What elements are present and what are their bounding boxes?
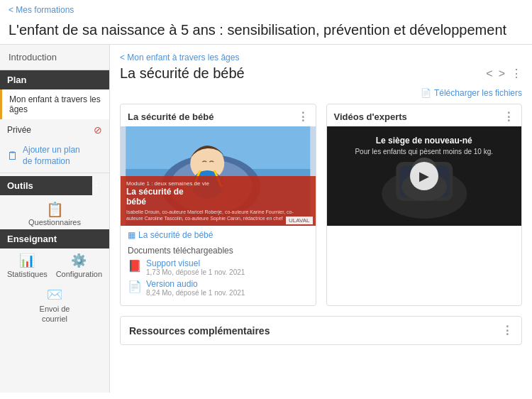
card1-title: La sécurité de bébé [128, 111, 214, 122]
doc2-meta: 8,24 Mo, déposé le 1 nov. 2021 [146, 289, 245, 297]
add-plan-icon: 🗒 [7, 150, 18, 163]
doc2-info: Version audio 8,24 Mo, déposé le 1 nov. … [146, 279, 245, 297]
doc2-item[interactable]: 📄 Version audio 8,24 Mo, déposé le 1 nov… [128, 279, 309, 297]
sidebar: Introduction Plan Mon enfant à travers l… [0, 45, 110, 393]
card1-subtitle: La sécurité de bébé [126, 187, 310, 207]
stats-label: Statistiques [7, 270, 48, 278]
nav-prev-icon[interactable]: < [486, 67, 492, 80]
card2-video-thumb[interactable]: Le siège de nouveau-né Pour les enfants … [327, 126, 522, 226]
doc2-icon: 📄 [128, 280, 142, 293]
sidebar-tools-header: Outils [0, 176, 92, 195]
doc1-name: Support visuel [146, 258, 245, 268]
tools-menu-icon[interactable]: ⋮ [91, 179, 102, 192]
card2-video-text: Le siège de nouveau-né Pour les enfants … [327, 135, 522, 157]
config-label: Configuration [56, 270, 102, 278]
enseignant-tools: 📊 Statistiques ⚙️ Configuration [0, 248, 109, 283]
doc1-item[interactable]: 📕 Support visuel 1,73 Mo, déposé le 1 no… [128, 258, 309, 276]
doc1-icon: 📕 [128, 259, 142, 273]
doc1-info: Support visuel 1,73 Mo, déposé le 1 nov.… [146, 258, 245, 276]
breadcrumb-link[interactable]: < Mon enfant à travers les âges [120, 53, 239, 62]
doc1-meta: 1,73 Mo, déposé le 1 nov. 2021 [146, 268, 245, 276]
add-plan-button[interactable]: 🗒 Ajouter un plan de formation [0, 141, 109, 171]
resources-section: Ressources complémentaires ⋮ [120, 316, 522, 345]
card1-menu-icon[interactable]: ⋮ [297, 110, 309, 124]
add-plan-label: Ajouter un plan de formation [23, 145, 80, 167]
card1-module-label: Module 1 : deux semaines de vie [126, 180, 310, 187]
more-options-icon[interactable]: ⋮ [511, 67, 522, 80]
sidebar-intro[interactable]: Introduction [0, 45, 109, 70]
stats-button[interactable]: 📊 Statistiques [7, 253, 48, 278]
download-files-link[interactable]: 📄 Télécharger les fichiers [421, 88, 522, 98]
sidebar-plan-header: Plan [0, 70, 109, 89]
play-icon: ▶ [419, 168, 429, 184]
sidebar-item-plan-1[interactable]: Mon enfant à travers les âges [0, 89, 109, 119]
card-videos-experts: Vidéos d'experts ⋮ [326, 104, 523, 306]
card1-image: Module 1 : deux semaines de vie La sécur… [121, 126, 316, 226]
sidebar-item-plan-2[interactable]: Privée ⊘ [0, 119, 109, 141]
no-entry-icon: ⊘ [94, 124, 102, 136]
stats-icon: 📊 [19, 253, 35, 268]
cards-row: La sécurité de bébé ⋮ [120, 104, 522, 306]
nav-next-icon[interactable]: > [499, 67, 505, 80]
card2-menu-icon[interactable]: ⋮ [503, 110, 514, 124]
card2-title: Vidéos d'experts [334, 111, 407, 122]
back-to-formations-link[interactable]: < Mes formations [9, 5, 74, 15]
card1-link-icon: ▦ [128, 230, 135, 240]
page-title: L'enfant de sa naissance à 5 ans : sensi… [0, 19, 532, 45]
questionnaires-button[interactable]: 📋 Questionnaires [0, 195, 109, 229]
nav-icons: < > ⋮ [486, 67, 522, 80]
docs-label: Documents téléchargeables [128, 246, 309, 256]
mail-icon: ✉️ [47, 287, 62, 302]
download-icon: 📄 [421, 88, 431, 98]
card1-authors: Isabelle Drouin, co-auteure Maricel Robe… [126, 209, 310, 222]
content-area: < Mon enfant à travers les âges La sécur… [110, 45, 532, 393]
sidebar-enseignant-header: Enseignant [0, 229, 109, 248]
card1-logo: ULAVAL [286, 217, 313, 224]
content-title: La sécurité de bébé [120, 65, 245, 82]
card1-docs: Documents téléchargeables 📕 Support visu… [121, 244, 316, 305]
config-icon: ⚙️ [71, 253, 87, 268]
mail-button[interactable]: ✉️ Envoi de courriel [0, 283, 109, 329]
doc2-name: Version audio [146, 279, 245, 289]
resources-title: Ressources complémentaires [129, 325, 270, 337]
card1-link[interactable]: ▦ La sécurité de bébé [121, 226, 316, 244]
questionnaires-label: Questionnaires [28, 218, 81, 226]
card-securite-bebe: La sécurité de bébé ⋮ [120, 104, 316, 306]
resources-menu-icon[interactable]: ⋮ [501, 324, 513, 337]
mail-label: Envoi de courriel [40, 304, 70, 324]
config-button[interactable]: ⚙️ Configuration [56, 253, 102, 278]
questionnaire-icon: 📋 [46, 201, 64, 218]
video-play-button[interactable]: ▶ [410, 162, 438, 190]
